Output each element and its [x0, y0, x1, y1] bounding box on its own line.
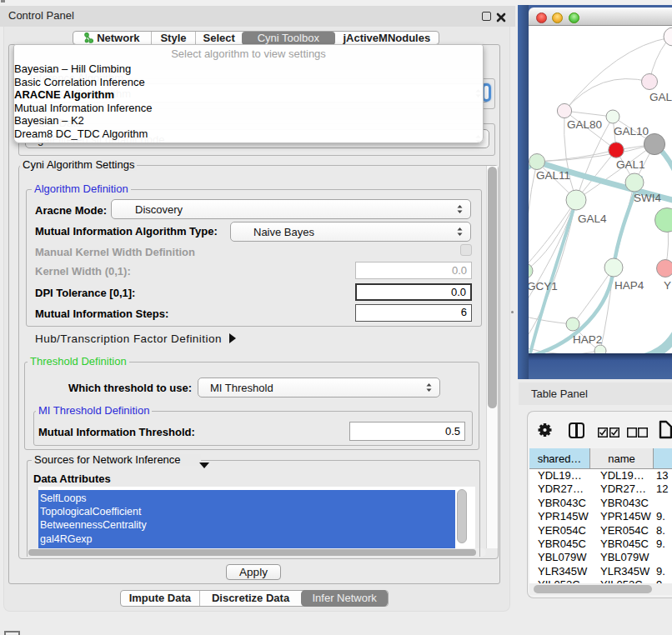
svg-text:GAL4: GAL4: [578, 212, 607, 225]
svg-text:HAP2: HAP2: [573, 333, 602, 346]
svg-text:GCY1: GCY1: [529, 280, 558, 292]
svg-text:Y: Y: [664, 279, 671, 292]
svg-text:GAL11: GAL11: [536, 169, 570, 182]
svg-text:GAL7: GAL7: [649, 91, 672, 103]
svg-text:SWI4: SWI4: [634, 192, 661, 204]
svg-text:GAL1: GAL1: [616, 158, 645, 171]
svg-text:HAP4: HAP4: [614, 279, 644, 292]
svg-text:GAL80: GAL80: [567, 118, 602, 131]
svg-text:GAL10: GAL10: [614, 125, 649, 138]
